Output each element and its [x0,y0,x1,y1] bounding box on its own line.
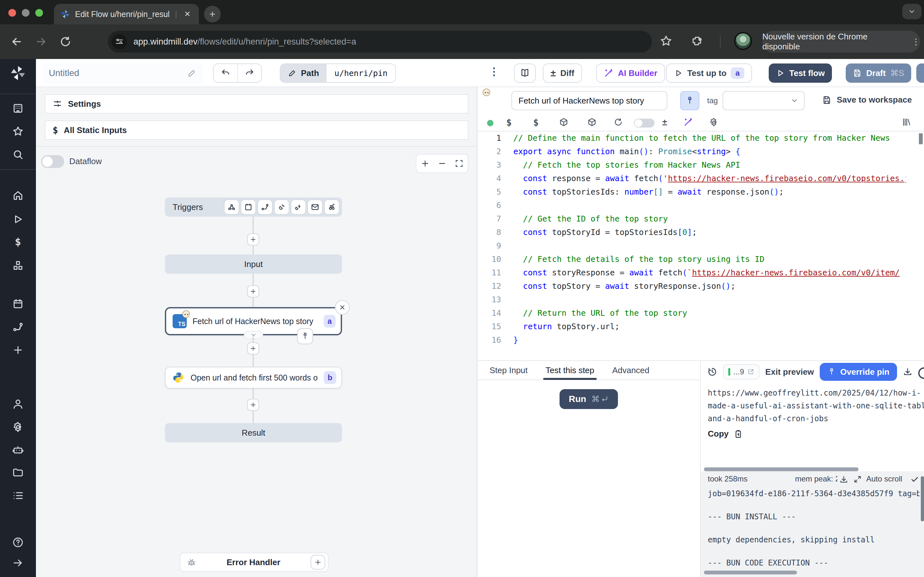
delete-step-button[interactable] [335,300,350,315]
insert-resource-icon[interactable]: $ [533,117,539,128]
code-line[interactable]: 12 const topStory = await storyResponse.… [478,279,924,293]
flow-name-input[interactable]: Untitled [42,63,203,83]
tag-select[interactable] [722,91,804,110]
docs-book-button[interactable] [514,63,536,83]
globe-icon[interactable] [918,367,924,379]
code-line[interactable]: 11 const storyResponse = await fetch(`ht… [478,266,924,279]
result-hscrollbar-thumb[interactable] [704,467,859,471]
exit-preview-button[interactable]: Exit preview [765,367,814,377]
code-line[interactable]: 2export async function main(): Promise<s… [478,145,924,158]
expand-step-chevron[interactable] [244,331,263,339]
routes-icon[interactable] [12,321,24,333]
zoom-in-icon[interactable] [421,159,430,168]
url-bar[interactable]: app.windmill.dev/flows/edit/u/henri/pin_… [108,31,652,53]
reset-icon[interactable] [614,117,623,127]
browser-tab[interactable]: Edit Flow u/henri/pin_results | ✕ [54,4,199,24]
profile-avatar[interactable] [734,32,752,50]
tab-step-input[interactable]: Step Input [489,361,528,380]
override-pin-button[interactable]: Override pin [820,363,897,381]
external-link-icon[interactable] [747,368,754,376]
more-options-icon[interactable]: ⋮ [489,65,500,77]
code-line[interactable]: 5 const topStoriesIds: number[] = await … [478,185,924,199]
new-tab-button[interactable]: + [204,6,221,23]
error-handler-node[interactable]: Error Handler [180,553,328,572]
tab-test-this-step[interactable]: Test this step [546,361,594,380]
resources-icon[interactable] [12,259,24,271]
window-close-button[interactable] [8,9,16,17]
add-icon[interactable] [12,344,24,356]
browser-menu-icon[interactable]: ⋮ [912,37,920,47]
bookmark-star-icon[interactable] [660,35,672,47]
code-line[interactable]: 15 return topStory.url; [478,320,924,334]
job-id-pill[interactable]: ...9 [723,364,759,380]
insert-variable-icon[interactable]: $ [506,117,512,128]
window-minimize-button[interactable] [22,9,29,17]
pinned-result-icon[interactable] [297,328,313,344]
editor-settings-gear-icon[interactable] [709,117,719,127]
insert-step-button[interactable] [247,285,259,298]
users-icon[interactable] [12,398,24,410]
code-line[interactable]: 13 [478,293,924,306]
package-icon[interactable] [559,117,569,127]
event-stream-trigger-icon[interactable] [291,200,305,214]
help-icon[interactable] [12,537,24,548]
site-info-icon[interactable] [111,34,127,49]
code-line[interactable]: 4 const response = await fetch('https://… [478,172,924,185]
chrome-update-button[interactable]: Nouvelle version de Chrome disponible ⋮ [762,31,920,53]
expand-logs-icon[interactable] [853,475,862,484]
deploy-button[interactable]: Deploy [916,63,924,83]
variables-icon[interactable]: $ [15,235,21,248]
zoom-out-icon[interactable] [438,159,447,168]
window-zoom-button[interactable] [35,9,43,17]
undo-button[interactable] [214,64,237,82]
draft-button[interactable]: Draft ⌘S [846,63,911,83]
code-line[interactable]: 1// Define the main function to fetch th… [478,131,924,145]
schedule-trigger-icon[interactable] [241,200,255,214]
tab-advanced[interactable]: Advanced [612,361,649,380]
email-trigger-icon[interactable] [308,200,322,214]
code-line[interactable]: 16} [478,334,924,347]
test-up-to-button[interactable]: Test up to a [666,63,752,83]
code-line[interactable]: 9 [478,239,924,253]
history-icon[interactable] [707,367,717,377]
download-result-icon[interactable] [903,367,913,377]
forward-button[interactable] [35,35,47,48]
log-hscrollbar-thumb[interactable] [704,571,797,574]
code-line[interactable]: 6 [478,199,924,212]
input-node[interactable]: Input [165,255,342,274]
favorites-star-icon[interactable] [12,126,24,137]
insert-step-button[interactable] [247,399,259,411]
check-icon[interactable] [911,475,919,484]
code-editor[interactable]: 1// Define the main function to fetch th… [478,131,924,360]
result-text[interactable]: https://www.geoffreylitt.com/2025/04/12/… [708,387,924,425]
test-up-to-step-badge[interactable]: a [731,67,744,79]
autoscroll-label[interactable]: Auto scroll [866,474,902,484]
library-icon[interactable] [901,117,911,127]
package-icon-2[interactable] [587,117,597,127]
tab-search-button[interactable] [902,4,921,19]
step-b-node[interactable]: Open url and fetch first 500 words of ..… [165,367,342,388]
audit-logs-icon[interactable] [12,490,24,501]
insert-step-button[interactable] [247,234,259,245]
pin-button[interactable] [680,91,699,110]
poll-trigger-icon[interactable] [325,200,339,214]
redo-button[interactable] [237,64,261,82]
path-button[interactable]: Path [280,64,326,82]
websocket-trigger-icon[interactable] [275,200,289,214]
workspace-icon[interactable] [12,103,24,114]
path-button-group[interactable]: Path u/henri/pin [280,63,396,83]
ai-assist-wand-icon[interactable] [683,117,693,127]
step-name-input[interactable]: Fetch url of HackerNews top story [511,91,667,110]
diff-mode-toggle[interactable] [634,119,654,127]
code-line[interactable]: 10 // Fetch the details of the top story… [478,253,924,266]
code-line[interactable]: 7 // Get the ID of the top story [478,212,924,226]
ai-builder-button[interactable]: AI Builder [596,63,665,83]
plusminus-icon[interactable]: ± [662,117,667,127]
schedules-icon[interactable] [12,298,24,309]
test-flow-button[interactable]: Test flow [769,63,832,83]
fit-view-icon[interactable] [455,159,464,168]
download-logs-icon[interactable] [839,475,848,484]
code-line[interactable]: 8 const topStoryId = topStoriesIds[0]; [478,226,924,239]
search-icon[interactable] [12,149,24,160]
back-button[interactable] [10,35,23,48]
